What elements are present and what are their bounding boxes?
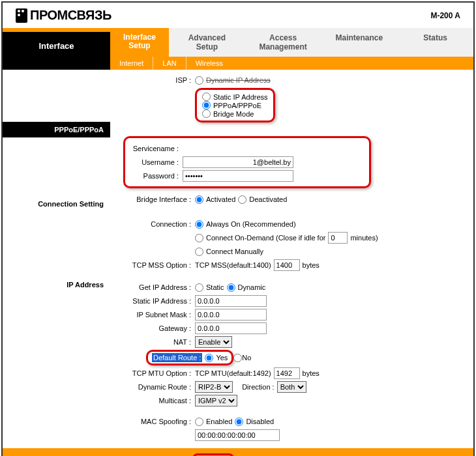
nat-select[interactable]: Enable: [195, 336, 232, 348]
mss-label: TCP MSS Option :: [110, 261, 195, 269]
mtu-unit: bytes: [303, 369, 320, 377]
getip-label: Get IP Address :: [110, 283, 195, 291]
isp-highlight: Static IP Address PPPoA/PPPoE Bridge Mod…: [195, 88, 275, 122]
defroute-yes-label: Yes: [216, 354, 228, 362]
tab-maintenance[interactable]: Maintenance: [321, 28, 398, 57]
tab-advanced-setup[interactable]: Advanced Setup: [169, 28, 245, 57]
mac-input[interactable]: [195, 429, 280, 441]
mss-unit: bytes: [303, 261, 320, 269]
isp-static-radio[interactable]: [202, 93, 211, 101]
password-label: Password :: [130, 172, 183, 180]
model-label: M-200 A: [430, 11, 460, 20]
dynroute-select[interactable]: RIP2-B: [195, 381, 233, 393]
save-highlight: SAVE: [192, 453, 235, 456]
mac-disabled-label: Disabled: [246, 418, 274, 425]
tab-access-management[interactable]: Access Management: [245, 28, 321, 57]
multicast-label: Multicast :: [110, 397, 195, 405]
isp-pppoa-label: PPPoA/PPPoE: [213, 102, 261, 109]
tab-status[interactable]: Status: [397, 28, 473, 57]
brand-logo: ПРОМСВЯЗЬ: [16, 8, 112, 23]
multicast-select[interactable]: IGMP v2: [195, 395, 237, 406]
isp-dynamic-label: Dynamic IP Address: [206, 76, 271, 84]
side-ip: IP Address: [3, 277, 110, 292]
direction-select[interactable]: Both: [277, 381, 306, 393]
bridge-activated-radio[interactable]: [195, 195, 203, 204]
isp-bridge-radio[interactable]: [202, 109, 211, 118]
subtab-internet[interactable]: Internet: [110, 57, 153, 70]
conn-always-label: Always On (Recommended): [206, 220, 296, 228]
servicename-label: Servicename :: [130, 145, 183, 152]
defroute-yes-radio[interactable]: [205, 354, 213, 362]
defroute-no-label: No: [242, 354, 251, 362]
section-title: Interface: [3, 28, 110, 70]
mss-pre: TCP MSS(default:1400): [195, 261, 271, 269]
password-input[interactable]: [183, 170, 293, 182]
bridge-activated-label: Activated: [206, 195, 235, 203]
username-label: Username :: [130, 158, 183, 166]
gateway-label: Gateway :: [110, 324, 195, 332]
conn-manual-radio[interactable]: [195, 248, 203, 256]
mtu-pre: TCP MTU(default:1492): [195, 369, 271, 377]
side-conn: Connection Setting: [3, 196, 110, 212]
isp-pppoa-radio[interactable]: [202, 101, 211, 109]
conn-always-radio[interactable]: [195, 220, 203, 229]
defroute-no-radio[interactable]: [233, 354, 242, 362]
staticip-input[interactable]: [195, 295, 267, 307]
logo-icon: [16, 8, 27, 23]
subtab-wireless[interactable]: Wireless: [186, 57, 232, 70]
macspoof-label: MAC Spoofing :: [110, 418, 195, 425]
isp-static-label: Static IP Address: [213, 93, 268, 101]
mtu-input[interactable]: [274, 367, 300, 379]
conn-ondemand-radio[interactable]: [195, 234, 203, 242]
conn-ondemand-post: minutes): [350, 234, 378, 242]
mac-enabled-label: Enabled: [206, 418, 232, 425]
bridge-deactivated-radio[interactable]: [238, 195, 246, 204]
bridge-label: Bridge Interface :: [110, 195, 195, 203]
mac-enabled-radio[interactable]: [195, 418, 203, 426]
isp-label: ISP :: [110, 76, 195, 84]
staticip-label: Static IP Address :: [110, 297, 195, 305]
brand-text: ПРОМСВЯЗЬ: [30, 8, 112, 23]
footer-bar: SAVE DELETE: [3, 448, 473, 456]
isp-bridge-label: Bridge Mode: [213, 110, 254, 118]
connection-label: Connection :: [110, 220, 195, 228]
mtu-label: TCP MTU Option :: [110, 369, 195, 377]
defroute-label: Default Route :: [152, 353, 202, 362]
bridge-deactivated-label: Deactivated: [249, 195, 287, 203]
side-pppoe: PPPoE/PPPoA: [3, 122, 110, 137]
nat-label: NAT :: [110, 338, 195, 346]
mask-label: IP Subnet Mask :: [110, 311, 195, 319]
getip-dynamic-label: Dynamic: [238, 283, 266, 291]
username-input[interactable]: [183, 156, 293, 168]
conn-manual-label: Connect Manually: [206, 248, 263, 255]
getip-dynamic-radio[interactable]: [227, 283, 235, 292]
dynroute-label: Dynamic Route :: [110, 383, 195, 391]
getip-static-radio[interactable]: [195, 283, 203, 292]
direction-label: Direction :: [242, 383, 275, 391]
defroute-highlight: Default Route : Yes: [146, 350, 233, 365]
subtab-lan[interactable]: LAN: [153, 57, 185, 70]
getip-static-label: Static: [206, 283, 224, 291]
gateway-input[interactable]: [195, 322, 267, 334]
auth-highlight: Servicename : Username : Password :: [123, 136, 371, 188]
conn-idle-input[interactable]: [328, 232, 348, 244]
mss-input[interactable]: [274, 259, 300, 271]
mac-disabled-radio[interactable]: [235, 418, 243, 426]
isp-dynamic-radio[interactable]: [195, 76, 203, 85]
tab-interface-setup[interactable]: Interface Setup: [110, 28, 169, 57]
mask-input[interactable]: [195, 309, 267, 321]
conn-ondemand-pre: Connect On-Demand (Close if idle for: [206, 234, 325, 242]
